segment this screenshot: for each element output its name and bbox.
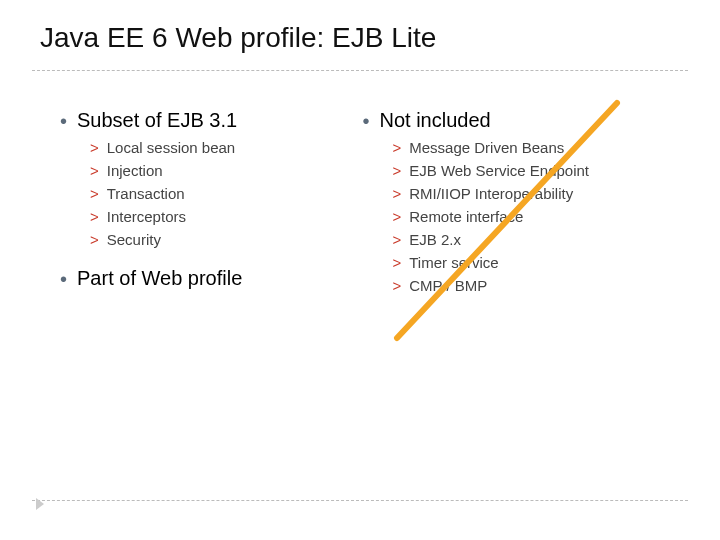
right-sublist: > Message Driven Beans > EJB Web Service… <box>392 138 680 296</box>
list-item: > Security <box>90 230 362 250</box>
chevron-right-icon: > <box>392 161 401 181</box>
chevron-right-icon: > <box>90 184 99 204</box>
list-item-text: Remote interface <box>409 207 523 227</box>
chevron-right-icon: > <box>392 138 401 158</box>
right-heading-text: Not included <box>379 108 490 132</box>
list-item: > RMI/IIOP Interoperability <box>392 184 680 204</box>
slide: Java EE 6 Web profile: EJB Lite • Subset… <box>0 0 720 540</box>
list-item-text: Interceptors <box>107 207 186 227</box>
list-item: > Transaction <box>90 184 362 204</box>
divider-top <box>32 70 688 71</box>
list-item: > Message Driven Beans <box>392 138 680 158</box>
list-item-text: Transaction <box>107 184 185 204</box>
chevron-right-icon: > <box>392 230 401 250</box>
list-item-text: RMI/IIOP Interoperability <box>409 184 573 204</box>
list-item: > CMP / BMP <box>392 276 680 296</box>
right-column: • Not included > Message Driven Beans > … <box>362 108 680 312</box>
divider-bottom <box>32 500 688 501</box>
list-item-text: CMP / BMP <box>409 276 487 296</box>
left-heading-1-text: Subset of EJB 3.1 <box>77 108 237 132</box>
chevron-right-icon: > <box>392 253 401 273</box>
left-heading-2-text: Part of Web profile <box>77 266 242 290</box>
list-item: > Interceptors <box>90 207 362 227</box>
chevron-right-icon: > <box>90 138 99 158</box>
left-heading-2: • Part of Web profile <box>60 266 362 290</box>
left-column: • Subset of EJB 3.1 > Local session bean… <box>60 108 362 312</box>
list-item: > Local session bean <box>90 138 362 158</box>
list-item-text: EJB Web Service Endpoint <box>409 161 589 181</box>
slide-title: Java EE 6 Web profile: EJB Lite <box>40 22 436 54</box>
left-sublist-1: > Local session bean > Injection > Trans… <box>90 138 362 250</box>
list-item-text: Security <box>107 230 161 250</box>
right-heading: • Not included <box>362 108 680 132</box>
left-heading-1: • Subset of EJB 3.1 <box>60 108 362 132</box>
list-item: > Injection <box>90 161 362 181</box>
list-item-text: Message Driven Beans <box>409 138 564 158</box>
list-item-text: Injection <box>107 161 163 181</box>
content-columns: • Subset of EJB 3.1 > Local session bean… <box>60 108 680 312</box>
list-item-text: Timer service <box>409 253 498 273</box>
chevron-right-icon: > <box>90 161 99 181</box>
list-item-text: Local session bean <box>107 138 235 158</box>
bullet-icon: • <box>60 111 67 131</box>
list-item: > Remote interface <box>392 207 680 227</box>
chevron-right-icon: > <box>392 276 401 296</box>
chevron-right-icon: > <box>392 184 401 204</box>
chevron-right-icon: > <box>392 207 401 227</box>
list-item: > Timer service <box>392 253 680 273</box>
arrow-right-icon <box>36 498 44 510</box>
list-item: > EJB Web Service Endpoint <box>392 161 680 181</box>
chevron-right-icon: > <box>90 230 99 250</box>
bullet-icon: • <box>362 111 369 131</box>
list-item-text: EJB 2.x <box>409 230 461 250</box>
bullet-icon: • <box>60 269 67 289</box>
chevron-right-icon: > <box>90 207 99 227</box>
list-item: > EJB 2.x <box>392 230 680 250</box>
